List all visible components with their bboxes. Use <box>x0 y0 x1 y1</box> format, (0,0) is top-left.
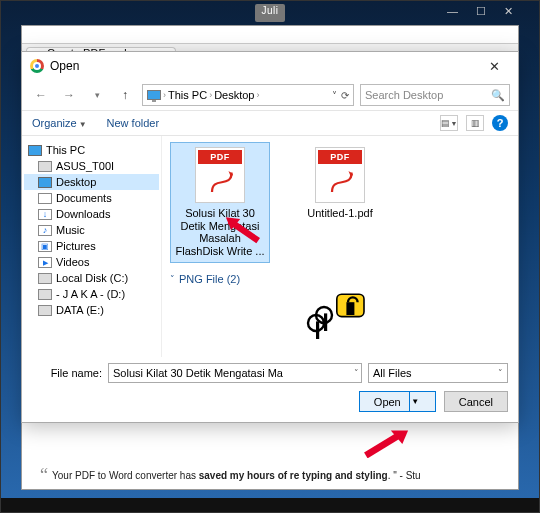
tree-item[interactable]: Documents <box>24 190 159 206</box>
group-label: PNG File (2) <box>179 273 240 285</box>
svg-rect-1 <box>346 302 354 315</box>
browser-titlebar <box>22 26 518 44</box>
breadcrumb-thispc[interactable]: This PC <box>168 89 207 101</box>
filename-label: File name: <box>32 367 102 379</box>
breadcrumb[interactable]: › This PC › Desktop › ˅ ⟳ <box>142 84 354 106</box>
chevron-right-icon: › <box>209 90 212 100</box>
file-item[interactable]: PDF Untitled-1.pdf <box>290 142 390 225</box>
cancel-button[interactable]: Cancel <box>444 391 508 412</box>
close-icon[interactable]: ✕ <box>504 5 513 18</box>
tree-item-icon <box>38 257 52 268</box>
minimize-icon[interactable]: — <box>447 5 458 18</box>
tree-item[interactable]: Videos <box>24 254 159 270</box>
tree-label: - J A K A - (D:) <box>56 288 125 300</box>
search-placeholder: Search Desktop <box>365 89 443 101</box>
quote-line-2: “ Your PDF to Word converter has saved m… <box>40 470 500 481</box>
tree-label: Documents <box>56 192 112 204</box>
tree-item[interactable]: Pictures <box>24 238 159 254</box>
pdf-band: PDF <box>318 150 362 164</box>
badge-text: Juli <box>255 4 284 22</box>
search-input[interactable]: Search Desktop 🔍 <box>360 84 510 106</box>
tree-item-icon <box>38 225 52 236</box>
chevron-down-icon[interactable]: ˅ <box>498 368 503 378</box>
tree-label: Pictures <box>56 240 96 252</box>
chevron-down-icon: ˅ <box>170 274 175 284</box>
nav-up-icon[interactable]: ↑ <box>114 84 136 106</box>
monitor-icon <box>28 145 42 156</box>
breadcrumb-refresh-icon[interactable]: ⟳ <box>341 90 349 101</box>
tree-label: Downloads <box>56 208 110 220</box>
filetype-filter[interactable]: All Files ˅ <box>368 363 508 383</box>
tree-item[interactable]: Downloads <box>24 206 159 222</box>
pdf-band: PDF <box>198 150 242 164</box>
tree-item[interactable]: Local Disk (C:) <box>24 270 159 286</box>
tree-item-icon <box>38 177 52 188</box>
open-split-dropdown[interactable]: ▼ <box>409 392 421 411</box>
dialog-buttons: Open ▼ Cancel <box>22 385 518 422</box>
svg-rect-4 <box>324 313 327 331</box>
tree-label: This PC <box>46 144 85 156</box>
tree-item-icon <box>38 193 52 204</box>
toolbar: Organize▼ New folder ▤▼ ▥ ? <box>22 110 518 136</box>
filename-value: Solusi Kilat 30 Detik Mengatasi Ma <box>113 367 283 379</box>
tree-item-icon <box>38 241 52 252</box>
tree-label: ASUS_T00I <box>56 160 114 172</box>
open-label: Open <box>374 396 401 408</box>
filename-row: File name: Solusi Kilat 30 Detik Mengata… <box>22 357 518 385</box>
tree-item-icon <box>38 161 52 172</box>
search-icon: 🔍 <box>491 89 505 102</box>
chevron-right-icon: › <box>256 90 259 100</box>
pdf-file-icon: PDF <box>315 147 365 203</box>
filename-input[interactable]: Solusi Kilat 30 Detik Mengatasi Ma ˅ <box>108 363 362 383</box>
thispc-icon <box>147 90 161 100</box>
breadcrumb-desktop[interactable]: Desktop <box>214 89 254 101</box>
filter-value: All Files <box>373 367 412 379</box>
nav-row: ← → ▾ ↑ › This PC › Desktop › ˅ ⟳ Search… <box>22 80 518 110</box>
tree-label: Local Disk (C:) <box>56 272 128 284</box>
file-item[interactable]: PDF Solusi Kilat 30 Detik Mengatasi Masa… <box>170 142 270 263</box>
dialog-titlebar: Open ✕ <box>22 52 518 80</box>
tree-label: DATA (E:) <box>56 304 104 316</box>
chevron-right-icon: › <box>163 90 166 100</box>
nav-back-icon[interactable]: ← <box>30 84 52 106</box>
nav-recent-icon[interactable]: ▾ <box>86 84 108 106</box>
quote-mark-icon: “ <box>40 470 48 480</box>
tree-label: Desktop <box>56 176 96 188</box>
quote-bold: saved my hours of re typing and styling <box>199 470 388 481</box>
tree-label: Music <box>56 224 85 236</box>
png-thumbnail[interactable] <box>170 291 510 339</box>
organize-label: Organize <box>32 117 77 129</box>
nav-tree[interactable]: This PCASUS_T00IDesktopDocumentsDownload… <box>22 136 162 357</box>
file-pane[interactable]: PDF Solusi Kilat 30 Detik Mengatasi Masa… <box>162 136 518 357</box>
cancel-label: Cancel <box>459 396 493 408</box>
tree-label: Videos <box>56 256 89 268</box>
maximize-icon[interactable]: ☐ <box>476 5 486 18</box>
file-label: Untitled-1.pdf <box>295 207 385 220</box>
tree-item[interactable]: Desktop <box>24 174 159 190</box>
view-mode-button[interactable]: ▤▼ <box>440 115 458 131</box>
chevron-down-icon[interactable]: ˅ <box>354 368 359 378</box>
tree-item[interactable]: ASUS_T00I <box>24 158 159 174</box>
breadcrumb-dropdown-icon[interactable]: ˅ <box>332 90 337 101</box>
quote-prefix: Your PDF to Word converter has <box>52 470 199 481</box>
tree-item[interactable]: DATA (E:) <box>24 302 159 318</box>
dialog-close-button[interactable]: ✕ <box>478 56 510 76</box>
new-folder-button[interactable]: New folder <box>107 117 160 129</box>
organize-menu[interactable]: Organize▼ <box>32 117 87 129</box>
open-file-dialog: Open ✕ ← → ▾ ↑ › This PC › Desktop › ˅ ⟳… <box>21 51 519 423</box>
pdf-file-icon: PDF <box>195 147 245 203</box>
dialog-title: Open <box>50 59 79 73</box>
tree-item-icon <box>38 209 52 220</box>
svg-rect-5 <box>316 321 319 339</box>
quote-suffix: . " - Stu <box>388 470 421 481</box>
nav-forward-icon: → <box>58 84 80 106</box>
open-button[interactable]: Open ▼ <box>359 391 436 412</box>
preview-pane-button[interactable]: ▥ <box>466 115 484 131</box>
tree-item[interactable]: - J A K A - (D:) <box>24 286 159 302</box>
tree-item-icon <box>38 273 52 284</box>
tree-root-thispc[interactable]: This PC <box>24 142 159 158</box>
png-group-header[interactable]: ˅ PNG File (2) <box>170 273 510 285</box>
tree-item-icon <box>38 289 52 300</box>
help-button[interactable]: ? <box>492 115 508 131</box>
tree-item[interactable]: Music <box>24 222 159 238</box>
